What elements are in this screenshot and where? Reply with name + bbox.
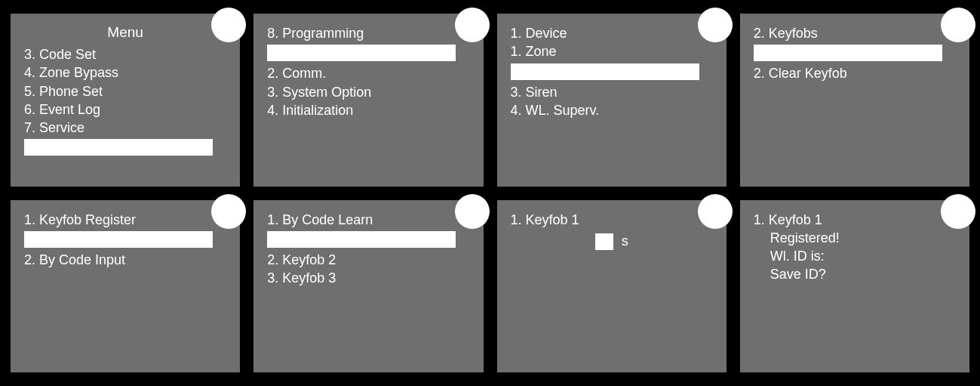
menu-item[interactable]: 3. Keyfob 3: [267, 269, 469, 287]
panel-code-learn: 1. By Code Learn 2. Keyfob 2 3. Keyfob 3: [253, 200, 483, 373]
panel-keyfob-registered: 1. Keyfob 1 Registered! Wl. ID is: Save …: [740, 200, 969, 373]
panel-heading: 1. Keyfob 1: [511, 211, 713, 229]
selection-highlight[interactable]: [511, 63, 699, 80]
panel-device: 1. Device 1. Zone 3. Siren 4. WL. Superv…: [497, 14, 727, 187]
panel-heading: 2. Keyfobs: [754, 24, 956, 42]
menu-item[interactable]: 4. WL. Superv.: [511, 101, 713, 119]
selection-highlight[interactable]: [24, 139, 213, 156]
panel-keyfob-register: 1. Keyfob Register 2. By Code Input: [11, 200, 240, 373]
menu-item[interactable]: 3. System Option: [267, 83, 469, 101]
menu-item[interactable]: 1. Device: [511, 24, 713, 42]
menu-item[interactable]: 1. Zone: [511, 42, 713, 60]
menu-item[interactable]: 4. Initialization: [267, 101, 469, 119]
menu-item[interactable]: 3. Code Set: [24, 45, 226, 63]
step-dot-icon: [455, 8, 490, 42]
countdown-row: s: [511, 229, 713, 250]
selection-highlight[interactable]: [267, 231, 456, 248]
selection-highlight[interactable]: [754, 45, 942, 61]
menu-item[interactable]: 5. Phone Set: [24, 82, 226, 100]
panel-menu: Menu 3. Code Set 4. Zone Bypass 5. Phone…: [11, 14, 240, 187]
panel-heading: 1. Keyfob 1: [754, 211, 956, 229]
panel-grid: Menu 3. Code Set 4. Zone Bypass 5. Phone…: [0, 0, 980, 386]
status-text: Wl. ID is:: [754, 247, 956, 265]
panel-heading: 1. By Code Learn: [267, 211, 469, 229]
selection-highlight[interactable]: [267, 45, 456, 61]
panel-keyfob-countdown: 1. Keyfob 1 s: [497, 200, 727, 373]
step-dot-icon: [698, 194, 733, 229]
menu-item[interactable]: 2. Keyfob 2: [267, 251, 469, 269]
step-dot-icon: [941, 8, 975, 42]
step-dot-icon: [211, 8, 246, 42]
status-prompt[interactable]: Save ID?: [754, 265, 956, 283]
panel-heading: 8. Programming: [267, 24, 469, 42]
menu-item[interactable]: 2. By Code Input: [24, 251, 226, 269]
step-dot-icon: [941, 194, 975, 229]
menu-item[interactable]: 4. Zone Bypass: [24, 63, 226, 82]
panel-heading: 1. Keyfob Register: [24, 211, 226, 229]
menu-item[interactable]: 3. Siren: [511, 83, 713, 101]
menu-item[interactable]: 2. Comm.: [267, 64, 469, 82]
panel-keyfobs: 2. Keyfobs 2. Clear Keyfob: [740, 14, 969, 187]
menu-item[interactable]: 2. Clear Keyfob: [754, 64, 956, 82]
countdown-value-box: [595, 233, 613, 250]
panel-programming: 8. Programming 2. Comm. 3. System Option…: [253, 14, 483, 187]
step-dot-icon: [698, 8, 733, 42]
selection-highlight[interactable]: [24, 231, 213, 248]
panel-title: Menu: [24, 24, 226, 41]
menu-item[interactable]: 6. Event Log: [24, 100, 226, 119]
status-text: Registered!: [754, 229, 956, 247]
step-dot-icon: [455, 194, 490, 229]
step-dot-icon: [211, 194, 246, 229]
menu-item[interactable]: 7. Service: [24, 119, 226, 137]
seconds-suffix: s: [622, 233, 628, 249]
